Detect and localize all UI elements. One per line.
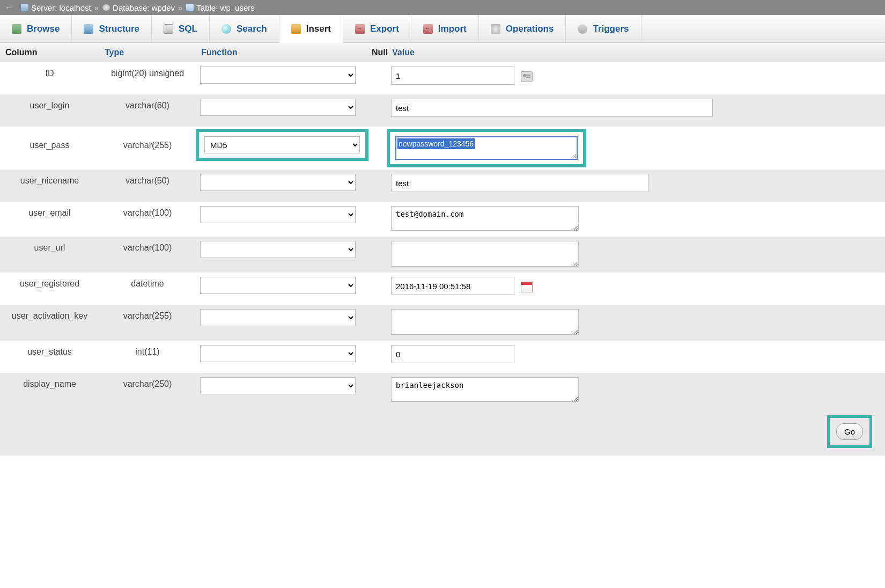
tab-search[interactable]: Search (210, 15, 279, 42)
export-icon (355, 24, 365, 34)
tab-browse[interactable]: Browse (0, 15, 72, 42)
tab-insert-label: Insert (306, 24, 331, 34)
function-select[interactable] (200, 309, 356, 326)
highlight-value: newpassword_123456 (387, 129, 586, 167)
value-textarea[interactable] (391, 241, 579, 267)
value-textarea[interactable] (391, 309, 579, 335)
column-type: varchar(50) (99, 174, 196, 186)
value-input[interactable] (391, 277, 514, 295)
database-icon (102, 4, 110, 11)
tab-import[interactable]: Import (411, 15, 479, 42)
field-row-user-status: user_status int(11) (0, 341, 885, 373)
header-value: Value (387, 48, 719, 57)
column-name: user_registered (0, 277, 99, 289)
function-select[interactable] (200, 277, 356, 294)
value-textarea[interactable]: test@domain.com (391, 206, 579, 231)
function-select[interactable]: MD5 (204, 136, 360, 153)
tab-search-label: Search (237, 24, 267, 34)
go-button[interactable]: Go (836, 423, 863, 440)
tab-export-label: Export (370, 24, 399, 34)
field-row-display-name: display_name varchar(250) brianleejackso… (0, 373, 885, 408)
column-type: varchar(250) (99, 377, 196, 389)
header-function: Function (196, 48, 366, 57)
breadcrumb-table-name: wp_users (220, 3, 255, 12)
field-row-user-email: user_email varchar(100) test@domain.com (0, 202, 885, 237)
field-row-id: ID bigint(20) unsigned (0, 62, 885, 94)
column-name: ID (0, 67, 99, 78)
breadcrumb-server[interactable]: Server: localhost (20, 3, 91, 12)
field-row-user-nicename: user_nicename varchar(50) (0, 170, 885, 202)
tab-operations-label: Operations (506, 24, 554, 34)
column-type: varchar(60) (99, 99, 196, 111)
tab-triggers[interactable]: Triggers (566, 15, 641, 42)
value-input[interactable] (391, 99, 713, 117)
function-select[interactable] (200, 67, 356, 84)
column-name: user_status (0, 345, 99, 357)
column-name: user_url (0, 241, 99, 253)
column-name: user_login (0, 99, 99, 111)
value-textarea[interactable]: newpassword_123456 (395, 136, 578, 160)
highlight-go: Go (827, 415, 872, 448)
sql-icon (164, 24, 173, 34)
id-card-icon[interactable] (521, 71, 533, 82)
tab-export[interactable]: Export (343, 15, 411, 42)
function-select[interactable] (200, 345, 356, 362)
tab-operations[interactable]: Operations (479, 15, 566, 42)
column-type: varchar(255) (99, 309, 196, 321)
function-select[interactable] (200, 174, 356, 191)
field-row-user-pass: user_pass varchar(255) MD5 newpassword_1… (0, 127, 885, 170)
breadcrumb-database[interactable]: Database: wpdev (102, 3, 175, 12)
tab-import-label: Import (438, 24, 467, 34)
footer-row: Go (0, 408, 885, 455)
column-type: varchar(100) (99, 241, 196, 253)
search-icon (222, 24, 231, 34)
highlight-function: MD5 (196, 129, 368, 161)
calendar-icon[interactable] (521, 282, 533, 292)
back-arrow-icon[interactable]: ← (4, 2, 14, 13)
tab-bar: Browse Structure SQL Search Insert Expor… (0, 15, 885, 43)
browse-icon (12, 24, 21, 34)
triggers-icon (578, 24, 587, 34)
field-row-user-url: user_url varchar(100) (0, 237, 885, 273)
tab-structure-label: Structure (99, 24, 139, 34)
column-headers: Column Type Function Null Value (0, 43, 885, 62)
function-select[interactable] (200, 377, 356, 394)
column-type: int(11) (99, 345, 196, 357)
value-textarea[interactable]: brianleejackson (391, 377, 579, 402)
tab-structure[interactable]: Structure (72, 15, 152, 42)
breadcrumb-server-label: Server: (31, 3, 57, 12)
table-icon (186, 4, 194, 11)
header-type[interactable]: Type (99, 48, 196, 57)
structure-icon (84, 24, 93, 34)
breadcrumb-database-label: Database: (113, 3, 149, 12)
field-row-user-activation-key: user_activation_key varchar(255) (0, 305, 885, 341)
column-type: bigint(20) unsigned (99, 67, 196, 78)
breadcrumb-sep: » (94, 3, 99, 12)
field-row-user-login: user_login varchar(60) (0, 94, 885, 127)
tab-browse-label: Browse (27, 24, 60, 34)
breadcrumb-server-name: localhost (60, 3, 91, 12)
column-name: display_name (0, 377, 99, 389)
column-name: user_activation_key (0, 309, 99, 321)
column-name: user_pass (0, 129, 99, 150)
column-type: varchar(255) (99, 129, 196, 150)
header-null: Null (366, 48, 387, 57)
column-name: user_email (0, 206, 99, 218)
function-select[interactable] (200, 206, 356, 223)
header-column: Column (0, 48, 99, 57)
function-select[interactable] (200, 241, 356, 258)
insert-icon (291, 24, 301, 34)
function-select[interactable] (200, 99, 356, 116)
operations-icon (491, 24, 500, 34)
value-input[interactable] (391, 345, 514, 363)
tab-sql[interactable]: SQL (152, 15, 210, 42)
breadcrumb-table[interactable]: Table: wp_users (186, 3, 254, 12)
field-row-user-registered: user_registered datetime (0, 273, 885, 305)
import-icon (423, 24, 433, 34)
value-input[interactable] (391, 174, 648, 192)
breadcrumb-table-label: Table: (196, 3, 218, 12)
breadcrumb: ← Server: localhost » Database: wpdev » … (0, 0, 885, 15)
value-input[interactable] (391, 67, 514, 85)
tab-sql-label: SQL (179, 24, 197, 34)
tab-insert[interactable]: Insert (279, 16, 343, 43)
